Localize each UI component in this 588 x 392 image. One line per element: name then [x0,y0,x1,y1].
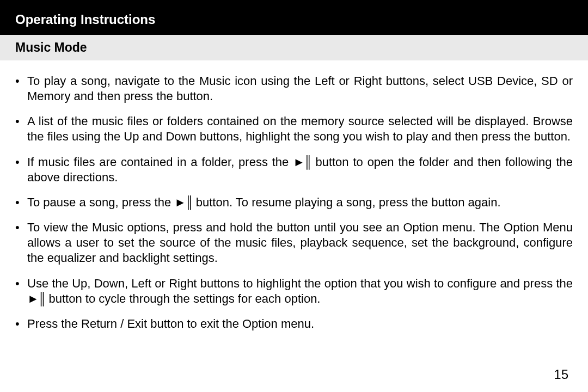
list-item: A list of the music files or folders con… [15,114,573,144]
section-title: Music Mode [15,40,87,54]
bullet-text: To view the Music options, press and hol… [27,220,573,265]
manual-page: Operating Instructions Music Mode To pla… [0,0,588,392]
list-item: To play a song, navigate to the Music ic… [15,74,573,104]
bullet-text: To pause a song, press the [27,195,174,209]
page-footer: 15 [0,365,588,392]
page-number: 15 [554,367,568,382]
list-item: To view the Music options, press and hol… [15,220,573,266]
bullet-text: If music files are contained in a folder… [27,155,293,169]
bullet-text: A list of the music files or folders con… [27,114,573,143]
section-bar: Music Mode [0,35,588,60]
play-pause-icon: ►║ [293,155,311,169]
list-item: Use the Up, Down, Left or Right buttons … [15,276,573,307]
bullet-text: button to cycle through the settings for… [45,292,320,305]
bullet-text: button. To resume playing a song, press … [193,195,501,209]
bullet-text: Use the Up, Down, Left or Right buttons … [27,277,573,290]
header-title: Operating Instructions [15,12,155,27]
list-item: If music files are contained in a folder… [15,155,573,185]
body-content: To play a song, navigate to the Music ic… [0,60,588,365]
play-pause-icon: ►║ [27,292,45,305]
list-item: To pause a song, press the ►║ button. To… [15,195,573,210]
bullet-text: To play a song, navigate to the Music ic… [27,74,573,103]
bullet-text: Press the Return / Exit button to exit t… [27,317,314,330]
bullet-list: To play a song, navigate to the Music ic… [15,74,573,332]
play-pause-icon: ►║ [174,195,192,209]
list-item: Press the Return / Exit button to exit t… [15,316,573,332]
header-bar: Operating Instructions [0,0,588,35]
